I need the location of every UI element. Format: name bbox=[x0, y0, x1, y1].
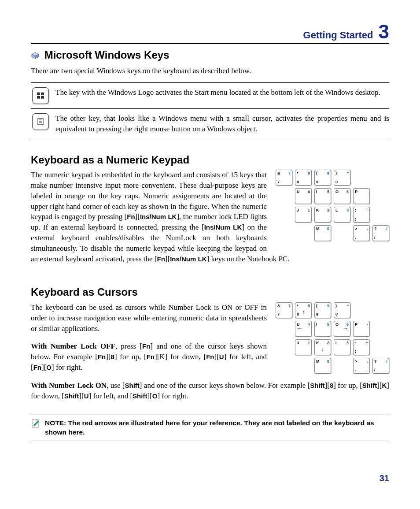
section-heading-text: Microsoft Windows Keys bbox=[44, 49, 169, 61]
section-cursors: Keyboard as Cursors &77*88↑(99)0*U4←I5O6… bbox=[31, 285, 389, 409]
keypad-key: :;+ bbox=[353, 207, 370, 223]
keypad-key: K2↓ bbox=[314, 339, 331, 355]
section-title: Keyboard as a Numeric Keypad bbox=[31, 152, 389, 167]
keypad-key: L3 bbox=[334, 207, 350, 223]
keypad-key: )0* bbox=[334, 170, 350, 186]
menu-key-row: The other key, that looks like a Windows… bbox=[31, 111, 389, 136]
keypad-key: J1 bbox=[295, 339, 312, 355]
cursors-p3: With Number Lock ON, use [Shift] and one… bbox=[31, 380, 389, 401]
section-windows-keys: Microsoft Windows Keys There are two spe… bbox=[31, 48, 389, 139]
section-numeric-keypad: Keyboard as a Numeric Keypad &77*88(99)0… bbox=[31, 152, 389, 272]
note-icon bbox=[31, 419, 41, 428]
arrow-up-icon: ↑ bbox=[302, 308, 305, 317]
keypad-key: ?// bbox=[372, 358, 389, 374]
note-text: NOTE: The red arrows are illustrated her… bbox=[45, 419, 389, 437]
keypad-key: K2 bbox=[314, 207, 331, 223]
page-header: Getting Started 3 bbox=[31, 22, 389, 44]
divider bbox=[31, 108, 389, 109]
keypad-key: U4← bbox=[295, 321, 312, 337]
arrow-right-icon: → bbox=[343, 324, 349, 333]
section-title: Microsoft Windows Keys bbox=[31, 48, 389, 63]
box-icon bbox=[31, 48, 40, 63]
page-number: 31 bbox=[31, 472, 389, 484]
keypad-key: J1 bbox=[295, 207, 312, 223]
keypad-key: &77 bbox=[276, 170, 292, 186]
keypad-key: M0 bbox=[314, 225, 331, 241]
intro-text: There are two special Windows keys on th… bbox=[31, 66, 389, 76]
keypad-key: (99 bbox=[314, 170, 331, 186]
note-block: NOTE: The red arrows are illustrated her… bbox=[31, 415, 389, 441]
keypad-key: O6 bbox=[334, 188, 350, 204]
header-chapter-number: 3 bbox=[379, 22, 389, 41]
keypad-key: (99 bbox=[314, 302, 331, 318]
windows-logo-key-icon bbox=[32, 87, 49, 104]
keypad-key: U4 bbox=[295, 188, 312, 204]
section-title: Keyboard as Cursors bbox=[31, 285, 389, 300]
keypad-key: P- bbox=[353, 188, 370, 204]
keypad-key: *88 bbox=[295, 170, 312, 186]
numeric-keypad-diagram: &77*88(99)0*U4I5O6P-J1K2L3:;+M0>..?// bbox=[276, 170, 389, 241]
divider bbox=[31, 139, 389, 139]
keypad-key: M0 bbox=[314, 358, 331, 374]
keypad-key: I5 bbox=[314, 188, 331, 204]
keypad-key: :;+ bbox=[353, 339, 370, 355]
menu-key-desc: The other key, that looks like a Windows… bbox=[55, 113, 389, 134]
divider bbox=[31, 82, 389, 83]
keypad-key: &77 bbox=[276, 302, 292, 318]
keypad-key: >.. bbox=[353, 225, 370, 241]
windows-logo-key-row: The key with the Windows Logo activates … bbox=[31, 85, 389, 106]
windows-logo-key-desc: The key with the Windows Logo activates … bbox=[55, 87, 389, 98]
keypad-key: P- bbox=[353, 321, 370, 337]
cursor-keypad-diagram: &77*88↑(99)0*U4←I5O6→P-J1K2↓L3:;+M0>..?/… bbox=[276, 302, 389, 374]
keypad-key: *88↑ bbox=[295, 302, 312, 318]
keypad-key: I5 bbox=[314, 321, 331, 337]
arrow-down-icon: ↓ bbox=[321, 345, 324, 354]
keypad-key: >.. bbox=[353, 358, 370, 374]
header-section-title: Getting Started bbox=[303, 29, 373, 42]
keypad-key: ?// bbox=[372, 225, 389, 241]
svg-rect-3 bbox=[38, 119, 43, 125]
arrow-left-icon: ← bbox=[297, 324, 303, 333]
keypad-key: O6→ bbox=[334, 321, 350, 337]
keypad-key: )0* bbox=[334, 302, 350, 318]
menu-key-icon bbox=[32, 113, 49, 130]
keypad-key: L3 bbox=[334, 339, 350, 355]
